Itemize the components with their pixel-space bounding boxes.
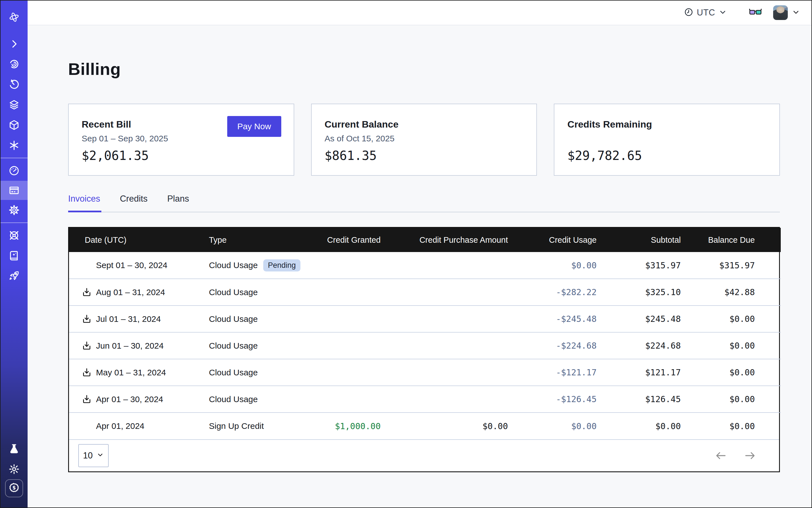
timezone-selector[interactable]: UTC xyxy=(684,7,727,18)
balance-due-value: $315.97 xyxy=(693,252,781,279)
balance-due-value: $0.00 xyxy=(693,359,781,386)
sidebar-item-trace[interactable] xyxy=(1,54,28,74)
invoice-type: Cloud Usage xyxy=(209,394,258,404)
download-invoice-button[interactable] xyxy=(81,287,93,298)
timezone-label: UTC xyxy=(697,8,715,18)
download-invoice-button[interactable] xyxy=(81,340,93,351)
table-row: Apr 01 – 30, 2024Cloud Usage-$126.45$126… xyxy=(69,386,781,413)
sidebar-divider xyxy=(1,158,28,158)
pagination-bar: 10 xyxy=(69,439,779,471)
sidebar-item-launch[interactable] xyxy=(1,266,28,286)
table-row: May 01 – 31, 2024Cloud Usage-$121.17$121… xyxy=(69,359,781,386)
sidebar-item-docs[interactable] xyxy=(1,246,28,266)
sidebar-item-layers[interactable] xyxy=(1,95,28,115)
invoice-date: May 01 – 31, 2024 xyxy=(96,368,166,377)
trace-spiral-icon xyxy=(8,58,20,70)
current-balance-card: Current Balance As of Oct 15, 2025 $861.… xyxy=(311,103,537,176)
invoice-type: Cloud Usage xyxy=(209,288,258,297)
column-header-balance-due: Balance Due xyxy=(693,228,781,252)
balance-due-value: $0.00 xyxy=(693,305,781,332)
tab-credits[interactable]: Credits xyxy=(120,194,149,212)
invoice-date: Sept 01 – 30, 2024 xyxy=(96,260,168,270)
view-mode-button[interactable] xyxy=(749,7,762,18)
sidebar-item-labs[interactable] xyxy=(1,439,28,459)
layers-icon xyxy=(8,99,20,111)
invoice-date-cell: May 01 – 31, 2024 xyxy=(69,359,208,386)
sidebar-item-usage[interactable] xyxy=(1,161,28,181)
page-size-select[interactable]: 10 xyxy=(78,444,109,467)
download-icon xyxy=(81,340,93,351)
tab-invoices[interactable]: Invoices xyxy=(68,194,101,212)
table-row: Jul 01 – 31, 2024Cloud Usage-$245.48$245… xyxy=(69,305,781,332)
column-header-credit-purchase: Credit Purchase Amount xyxy=(393,228,520,252)
credit-purchase-value xyxy=(393,359,520,386)
subtotal-value: $121.17 xyxy=(609,359,693,386)
main-content: Billing Recent Bill Sep 01 – Sep 30, 202… xyxy=(28,26,811,507)
cube-icon xyxy=(8,119,20,131)
sidebar-item-functions[interactable] xyxy=(1,135,28,156)
table-header: Date (UTC) Type Credit Granted Credit Pu… xyxy=(69,228,781,252)
subtotal-value: $245.48 xyxy=(609,305,693,332)
chevron-down-icon xyxy=(719,8,727,17)
column-header-credit-usage: Credit Usage xyxy=(520,228,609,252)
sidebar-item-sandbox[interactable] xyxy=(1,115,28,135)
card-title: Current Balance xyxy=(325,119,524,130)
gear-icon xyxy=(8,204,20,216)
invoice-type-cell: Cloud Usage xyxy=(208,359,314,386)
previous-page-button[interactable] xyxy=(714,449,727,462)
invoice-type: Cloud Usage xyxy=(209,260,258,270)
pay-now-button[interactable]: Pay Now xyxy=(227,116,281,137)
credit-purchase-value xyxy=(393,386,520,413)
invoices-table: Date (UTC) Type Credit Granted Credit Pu… xyxy=(69,228,781,439)
invoice-type-cell: Cloud UsagePending xyxy=(208,252,314,279)
summary-cards: Recent Bill Sep 01 – Sep 30, 2025 $2,061… xyxy=(68,103,780,176)
sun-icon xyxy=(8,463,20,475)
sidebar-item-logo[interactable] xyxy=(1,1,28,34)
download-icon xyxy=(81,314,93,325)
dollar-coin-icon: $ xyxy=(8,481,20,495)
account-menu-button[interactable] xyxy=(792,8,800,17)
credit-granted-value xyxy=(314,305,393,332)
status-badge: Pending xyxy=(263,259,300,271)
history-timer-icon xyxy=(8,79,20,90)
download-invoice-button[interactable] xyxy=(81,394,93,405)
credit-purchase-value: $0.00 xyxy=(393,413,520,439)
topbar: UTC xyxy=(28,1,811,25)
invoice-date: Jul 01 – 31, 2024 xyxy=(96,314,161,324)
flask-icon xyxy=(8,443,20,455)
tab-plans[interactable]: Plans xyxy=(167,194,190,212)
page-size-value: 10 xyxy=(83,451,93,461)
rocket-icon xyxy=(8,270,20,282)
invoice-type-cell: Cloud Usage xyxy=(208,386,314,413)
credit-purchase-value xyxy=(393,305,520,332)
sidebar-item-credits[interactable]: $ xyxy=(5,479,23,497)
card-subtitle xyxy=(567,134,766,143)
credit-usage-value: -$121.17 xyxy=(520,359,609,386)
page-title: Billing xyxy=(68,60,780,78)
download-invoice-button[interactable] xyxy=(81,313,93,325)
invoice-date-cell: Jun 01 – 30, 2024 xyxy=(69,332,208,359)
orbit-logo-icon xyxy=(8,11,20,23)
avatar[interactable] xyxy=(773,5,788,20)
subtotal-value: $325.10 xyxy=(609,279,693,305)
credits-remaining-amount: $29,782.65 xyxy=(567,149,766,163)
sidebar-item-theme[interactable] xyxy=(1,459,28,479)
credit-usage-value: -$245.48 xyxy=(520,305,609,332)
sidebar-item-billing[interactable] xyxy=(1,181,28,200)
credit-usage-value: $0.00 xyxy=(520,252,609,279)
next-page-button[interactable] xyxy=(743,449,757,462)
invoice-date-cell: Sept 01 – 30, 2024 xyxy=(69,252,208,279)
sidebar-item-control[interactable] xyxy=(1,225,28,246)
column-header-type: Type xyxy=(208,228,314,252)
download-invoice-button[interactable] xyxy=(81,367,93,378)
invoice-date-cell: Apr 01 – 30, 2024 xyxy=(69,386,208,413)
recent-bill-amount: $2,061.35 xyxy=(82,149,281,163)
sidebar-item-expand[interactable] xyxy=(1,34,28,54)
subtotal-value: $126.45 xyxy=(609,386,693,413)
sidebar-item-settings[interactable] xyxy=(1,200,28,220)
column-header-date: Date (UTC) xyxy=(69,228,208,252)
sidebar-item-history[interactable] xyxy=(1,74,28,95)
credit-granted-value xyxy=(314,332,393,359)
invoice-date: Apr 01, 2024 xyxy=(96,421,144,431)
column-header-subtotal: Subtotal xyxy=(609,228,693,252)
